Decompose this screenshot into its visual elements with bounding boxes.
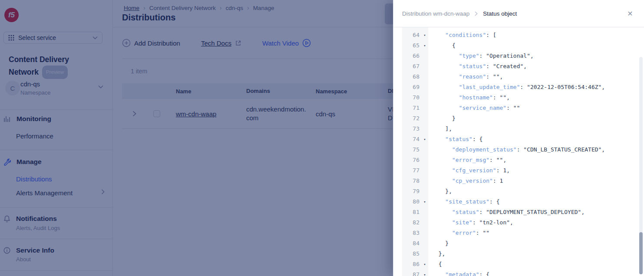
code-text: "type": "Operational",: [432, 51, 534, 61]
line-number: 75: [402, 145, 421, 155]
code-text: "error_msg": "",: [432, 155, 506, 165]
gutter-spacer: [421, 165, 428, 176]
code-text: "metadata": {: [432, 269, 489, 276]
code-text: "cp_version": 1: [432, 176, 503, 186]
code-text: "reason": "",: [432, 72, 503, 82]
code-line: 64▾ "conditions": [: [393, 30, 644, 40]
line-number: 64: [402, 30, 421, 40]
code-line: 79 },: [393, 186, 644, 197]
line-number: 65: [402, 40, 421, 51]
code-line: 65▾ {: [393, 40, 644, 51]
code-line: 74▾ "status": {: [393, 134, 644, 145]
gutter-spacer: [421, 113, 428, 124]
line-number: 87: [402, 269, 421, 276]
line-number: 79: [402, 186, 421, 197]
line-number: 69: [402, 82, 421, 92]
gutter-spacer: [421, 186, 428, 197]
line-number: 76: [402, 155, 421, 165]
code-line: 70 "hostname": "",: [393, 92, 644, 103]
app-window: f5 Select service Content Delivery Netwo…: [0, 0, 644, 276]
gutter-spacer: [421, 72, 428, 82]
code-text: "site": "tn2-lon",: [432, 217, 513, 228]
code-text: },: [432, 186, 452, 197]
code-line: 68 "reason": "",: [393, 72, 644, 82]
code-line: 80▾ "site_status": {: [393, 197, 644, 207]
code-text: }: [432, 238, 449, 249]
gutter-spacer: [421, 124, 428, 134]
line-number: 73: [402, 124, 421, 134]
code-text: "cfg_version": 1,: [432, 165, 510, 176]
collapse-toggle-icon[interactable]: ▾: [421, 134, 428, 145]
code-text: "service_name": "": [432, 103, 520, 113]
panel-breadcrumb-current: Status object: [483, 10, 517, 17]
code-line: 72 }: [393, 113, 644, 124]
line-number: 82: [402, 217, 421, 228]
code-line: 73 ],: [393, 124, 644, 134]
code-line: 76 "error_msg": "",: [393, 155, 644, 165]
collapse-toggle-icon[interactable]: ▾: [421, 269, 428, 276]
gutter-spacer: [421, 82, 428, 92]
code-line: 82 "site": "tn2-lon",: [393, 217, 644, 228]
line-number: 68: [402, 72, 421, 82]
code-text: "conditions": [: [432, 30, 496, 40]
collapse-toggle-icon[interactable]: ▾: [421, 197, 428, 207]
line-number: 67: [402, 61, 421, 72]
code-text: "deployment_status": "CDN_LB_STATUS_CREA…: [432, 145, 605, 155]
collapse-toggle-icon[interactable]: ▾: [421, 30, 428, 40]
gutter-spacer: [421, 92, 428, 103]
gutter-spacer: [421, 145, 428, 155]
code-lines: 64▾ "conditions": [65▾ {66 "type": "Oper…: [393, 30, 644, 276]
line-number: 71: [402, 103, 421, 113]
close-icon[interactable]: ✕: [626, 9, 634, 18]
gutter-spacer: [421, 176, 428, 186]
line-number: 81: [402, 207, 421, 217]
gutter-spacer: [421, 249, 428, 259]
code-line: 86▾ {: [393, 259, 644, 269]
line-number: 74: [402, 134, 421, 145]
code-text: {: [432, 259, 442, 269]
json-code-viewer: 64▾ "conditions": [65▾ {66 "type": "Oper…: [393, 27, 644, 276]
gutter-spacer: [421, 51, 428, 61]
line-number: 72: [402, 113, 421, 124]
line-number: 78: [402, 176, 421, 186]
code-text: "error": "": [432, 228, 489, 238]
code-line: 87▾ "metadata": {: [393, 269, 644, 276]
code-line: 83 "error": "": [393, 228, 644, 238]
panel-breadcrumb-parent: Distribution wm-dcn-waap: [402, 10, 469, 17]
line-number: 86: [402, 259, 421, 269]
code-text: "status": {: [432, 134, 482, 145]
code-text: "hostname": "",: [432, 92, 510, 103]
line-number: 70: [402, 92, 421, 103]
code-line: 69 "last_update_time": "2022-12-05T06:54…: [393, 82, 644, 92]
line-number: 77: [402, 165, 421, 176]
collapse-toggle-icon[interactable]: ▾: [421, 40, 428, 51]
code-line: 85 },: [393, 249, 644, 259]
code-text: {: [432, 40, 456, 51]
code-text: "last_update_time": "2022-12-05T06:54:46…: [432, 82, 605, 92]
line-number: 83: [402, 228, 421, 238]
code-text: },: [432, 249, 445, 259]
code-line: 84 }: [393, 238, 644, 249]
gutter-spacer: [421, 238, 428, 249]
code-line: 78 "cp_version": 1: [393, 176, 644, 186]
scrollbar-thumb[interactable]: [639, 232, 643, 274]
code-text: "site_status": {: [432, 197, 500, 207]
code-text: "status": "Created",: [432, 61, 527, 72]
code-text: "status": "DEPLOYMENT_STATUS_DEPLOYED",: [432, 207, 585, 217]
panel-header: Distribution wm-dcn-waap Status object ✕: [393, 0, 644, 27]
code-line: 77 "cfg_version": 1,: [393, 165, 644, 176]
code-line: 67 "status": "Created",: [393, 61, 644, 72]
gutter-spacer: [421, 155, 428, 165]
line-number: 66: [402, 51, 421, 61]
code-line: 66 "type": "Operational",: [393, 51, 644, 61]
chevron-right-icon: [475, 11, 478, 16]
line-number: 84: [402, 238, 421, 249]
scrollbar-track: [639, 57, 643, 274]
code-text: ],: [432, 124, 452, 134]
code-line: 81 "status": "DEPLOYMENT_STATUS_DEPLOYED…: [393, 207, 644, 217]
gutter-spacer: [421, 228, 428, 238]
collapse-toggle-icon[interactable]: ▾: [421, 259, 428, 269]
gutter-spacer: [421, 61, 428, 72]
line-number: 85: [402, 249, 421, 259]
status-object-panel: Distribution wm-dcn-waap Status object ✕…: [393, 0, 644, 276]
